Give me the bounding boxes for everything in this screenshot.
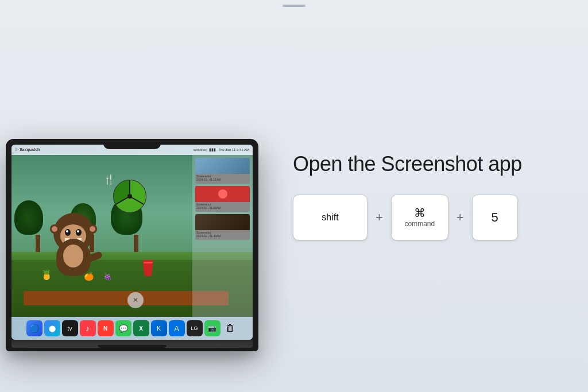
orange-fruit: 🍊 [84,271,94,281]
command-label: command [405,220,435,228]
dock-appstore: A [169,320,185,336]
monkey-inner-ear-right [90,226,95,232]
dock-safari: ⬤ [44,320,60,336]
thumb-img-1 [195,158,250,174]
app-name: Sasquatch [20,148,40,152]
x-close-button[interactable]: ✕ [127,292,144,308]
monkey-body [56,239,91,276]
keyboard-shortcut: shift + ⌘ command + 5 [293,195,554,240]
plus-1: + [376,210,383,225]
dock-music: ♪ [80,320,96,336]
mac-dock: 🔵 ⬤ tv ♪ N 💬 X K A LG 📷 🗑 [11,317,253,340]
screenshot-sidebar: Screenshot2024-01...41:11AM Screenshot20… [192,155,253,317]
cup-highlight [144,262,153,263]
command-symbol: ⌘ [414,207,425,219]
laptop-notch [103,139,161,149]
battery-icon: ▮▮▮ [209,148,216,152]
five-key: 5 [472,195,518,240]
monkey-inner-ear-left [52,226,57,232]
dock-finder: 🔵 [26,320,42,336]
shift-label: shift [322,212,338,223]
pineapple: 🍍 [40,268,53,281]
monkey-character [48,219,99,276]
command-key: ⌘ command [391,195,448,240]
svg-point-4 [127,194,132,199]
plus-2: + [457,210,464,225]
laptop-bottom-bar [6,348,258,351]
pie-wheel [113,179,147,214]
thumb-img-3 [195,214,250,230]
monkey-belly [63,244,83,267]
thumb-label-1: Screenshot2024-01...41:11AM [195,174,250,183]
apple-icon:  [15,147,17,152]
eye-highlight-right [77,230,79,232]
thumb-img-2 [195,186,250,202]
thumb-icon-2 [218,189,227,199]
monkey-eye-left [65,229,71,236]
thumb-label-2: Screenshot2024-01...41:26AM [195,202,250,211]
dock-keynote: K [151,320,167,336]
laptop-screen-outer:  Sasquatch wireless; ▮▮▮ Thu Jan 11 9:4… [6,139,258,348]
clock: Thu Jan 11 9:41 AM [218,148,249,152]
menubar-left:  Sasquatch [15,147,190,152]
grapes: 🍇 [103,273,112,281]
content-section: Open the Screenshot app shift + ⌘ comman… [258,152,554,240]
dock-trash: 🗑 [222,320,238,336]
dock-excel: X [133,320,149,336]
dock-tv: tv [62,320,78,336]
wifi-icon: wireless; [194,148,207,152]
screenshot-thumb-1: Screenshot2024-01...41:11AM [195,158,250,184]
section-title: Open the Screenshot app [293,152,554,176]
scroll-indicator [283,5,305,7]
dock-lg: LG [187,320,203,336]
pie-wheel-svg [113,179,147,214]
mac-desktop: 🍴 [11,155,253,317]
five-label: 5 [492,210,498,225]
eye-highlight-left [66,230,68,232]
thumb-label-3: Screenshot2024-01...41:39AM [195,230,250,239]
screenshot-thumb-2: Screenshot2024-01...41:26AM [195,186,250,212]
laptop-screen:  Sasquatch wireless; ▮▮▮ Thu Jan 11 9:4… [11,145,253,340]
shift-key: shift [293,195,368,240]
menubar-right: wireless; ▮▮▮ Thu Jan 11 9:41 AM [194,148,249,152]
laptop-wrapper:  Sasquatch wireless; ▮▮▮ Thu Jan 11 9:4… [6,139,258,351]
dock-news: N [98,320,114,336]
page-container:  Sasquatch wireless; ▮▮▮ Thu Jan 11 9:4… [0,0,588,392]
dock-messages: 💬 [115,320,131,336]
dock-facetime: 📷 [204,320,220,336]
screenshot-thumb-3: Screenshot2024-01...41:39AM [195,214,250,240]
laptop-section:  Sasquatch wireless; ▮▮▮ Thu Jan 11 9:4… [11,30,258,363]
laptop-base [11,340,253,348]
monkey-eye-right [76,229,82,236]
